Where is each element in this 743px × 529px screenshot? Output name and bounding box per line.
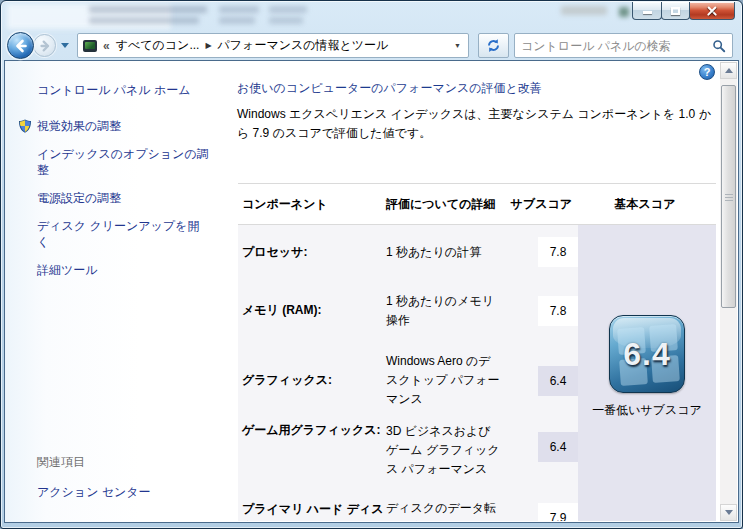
scrollbar-thumb[interactable] [721, 85, 736, 308]
component-name: グラフィックス: [238, 372, 386, 389]
subscore-cell: 6.4 [502, 422, 578, 499]
subscore-cell: 7.9 [502, 499, 578, 521]
sidebar-task-label: 詳細ツール [37, 263, 98, 277]
component-detail: 1 秒あたりのメモリ操作 [386, 292, 502, 330]
breadcrumb-current[interactable]: パフォーマンスの情報とツール [218, 37, 389, 54]
page-title: お使いのコンピューターのパフォーマンスの評価と改善 [237, 80, 542, 97]
base-score-column: 6.4 一番低いサブスコア [578, 225, 716, 521]
search-icon[interactable] [712, 39, 726, 53]
table-row: グラフィックス: Windows Aero のデスクトップ パフォーマンス 6.… [238, 342, 578, 419]
titlebar-blur-artifact [219, 6, 259, 13]
scroll-down-button[interactable] [720, 504, 737, 521]
base-score-value: 6.4 [610, 336, 684, 373]
titlebar-blur-artifact [89, 6, 207, 13]
subscore-value: 7.8 [538, 296, 578, 326]
performance-tools-icon [83, 40, 97, 52]
table-row: プライマリ ハード ディスク: ディスクのデータ転送速度 7.9 [238, 499, 578, 521]
recent-pages-dropdown-icon[interactable] [61, 43, 69, 48]
sidebar-related-section: 関連項目 アクション センター [37, 454, 151, 501]
breadcrumb-root[interactable]: すべてのコン... [116, 37, 200, 54]
sidebar-item-action-center[interactable]: アクション センター [37, 484, 151, 501]
sidebar-task-link[interactable]: 視覚効果の調整 [5, 118, 211, 134]
caption-buttons [633, 2, 735, 20]
titlebar-blur-artifact [89, 17, 199, 24]
page-description: Windows エクスペリエンス インデックスは、主要なシステム コンポーネント… [237, 105, 720, 143]
base-score-badge: 6.4 [609, 315, 685, 393]
score-rows: プロセッサ: 1 秒あたりの計算 7.8 メモリ (RAM): 1 秒あたりのメ… [238, 225, 578, 521]
titlebar-blur-artifact [269, 6, 307, 13]
address-bar[interactable]: « すべてのコン... ▶ パフォーマンスの情報とツール ▼ [77, 33, 469, 58]
minimize-button[interactable] [632, 2, 662, 20]
component-name: プロセッサ: [238, 244, 386, 261]
search-box [514, 33, 733, 58]
client-area: コントロール パネル ホーム [5, 61, 738, 522]
table-body: 6.4 一番低いサブスコア プロセッサ: 1 秒あたりの計算 7.8 [238, 225, 716, 521]
table-row: プロセッサ: 1 秒あたりの計算 7.8 [238, 225, 578, 279]
sidebar-task-link[interactable]: 詳細ツール [5, 262, 211, 278]
subscore-value: 7.9 [538, 503, 578, 521]
sidebar: コントロール パネル ホーム [5, 61, 231, 522]
titlebar-blur-artifact [269, 17, 303, 24]
subscore-value: 7.8 [538, 237, 578, 267]
uac-shield-icon [17, 118, 33, 134]
explorer-window: « すべてのコン... ▶ パフォーマンスの情報とツール ▼ コントロール パネ… [0, 0, 743, 529]
component-detail: 3D ビジネスおよびゲーム グラフィックス パフォーマンス [386, 422, 502, 479]
component-name: ゲーム用グラフィックス: [238, 422, 386, 439]
search-input[interactable] [521, 39, 712, 53]
wei-score-table: コンポーネント 評価についての詳細 サブスコア 基本スコア 6.4 [238, 183, 716, 521]
table-row: ゲーム用グラフィックス: 3D ビジネスおよびゲーム グラフィックス パフォーマ… [238, 419, 578, 499]
subscore-value: 6.4 [538, 432, 578, 462]
subscore-cell: 6.4 [502, 342, 578, 419]
back-button[interactable] [7, 32, 34, 59]
sidebar-task-link[interactable]: 電源設定の調整 [5, 190, 211, 206]
related-link-label: アクション センター [37, 485, 151, 499]
breadcrumb-separator-icon[interactable]: ▶ [205, 41, 211, 50]
breadcrumb-overflow-icon[interactable]: « [103, 39, 110, 53]
component-name: プライマリ ハード ディスク: [238, 501, 386, 521]
minimize-icon [643, 11, 652, 14]
maximize-icon [671, 7, 680, 15]
main-content: お使いのコンピューターのパフォーマンスの評価と改善 Windows エクスペリエ… [231, 61, 720, 522]
maximize-button[interactable] [661, 2, 690, 20]
close-icon [706, 5, 718, 17]
subscore-cell: 7.8 [502, 225, 578, 279]
sidebar-task-label: 電源設定の調整 [37, 191, 121, 205]
component-detail: Windows Aero のデスクトップ パフォーマンス [386, 352, 502, 409]
refresh-button[interactable] [478, 33, 509, 58]
subscore-cell: 7.8 [502, 279, 578, 342]
component-detail: ディスクのデータ転送速度 [386, 499, 502, 521]
scrollbar-grip-icon [725, 194, 733, 201]
forward-button-disabled[interactable] [33, 34, 56, 57]
help-icon: ? [704, 66, 711, 78]
titlebar-blur-artifact [219, 17, 255, 24]
scroll-down-icon [725, 510, 733, 515]
related-link-list: アクション センター [37, 484, 151, 501]
scroll-up-icon [725, 68, 733, 73]
close-button[interactable] [689, 2, 735, 20]
sidebar-task-label: ディスク クリーンアップを開く [37, 219, 199, 249]
component-detail: 1 秒あたりの計算 [386, 243, 502, 262]
sidebar-task-link[interactable]: ディスク クリーンアップを開く [5, 218, 211, 250]
sidebar-task-label: 視覚効果の調整 [37, 119, 121, 133]
sidebar-task-link[interactable]: インデックスのオプションの調整 [5, 146, 211, 178]
back-arrow-icon [13, 38, 29, 54]
table-header-row: コンポーネント 評価についての詳細 サブスコア 基本スコア [238, 183, 716, 225]
refresh-icon [486, 38, 501, 53]
component-name: メモリ (RAM): [238, 302, 386, 319]
forward-arrow-icon [38, 39, 52, 53]
column-header-component: コンポーネント [238, 196, 386, 213]
base-score-caption: 一番低いサブスコア [591, 402, 703, 419]
sidebar-item-control-panel-home[interactable]: コントロール パネル ホーム [37, 82, 190, 99]
help-button[interactable]: ? [699, 64, 715, 80]
scroll-up-button[interactable] [720, 62, 737, 79]
address-dropdown-icon[interactable]: ▼ [452, 42, 463, 49]
table-row: メモリ (RAM): 1 秒あたりのメモリ操作 7.8 [238, 279, 578, 342]
sidebar-task-list: 視覚効果の調整 インデックスのオ [5, 118, 223, 290]
related-items-heading: 関連項目 [37, 454, 151, 471]
titlebar-blur-artifact [619, 7, 629, 17]
column-header-subscore: サブスコア [502, 196, 574, 213]
titlebar-blur-artifact [561, 6, 607, 15]
subscore-value: 6.4 [538, 366, 578, 396]
column-header-detail: 評価についての詳細 [386, 197, 502, 212]
vertical-scrollbar[interactable] [720, 62, 737, 521]
